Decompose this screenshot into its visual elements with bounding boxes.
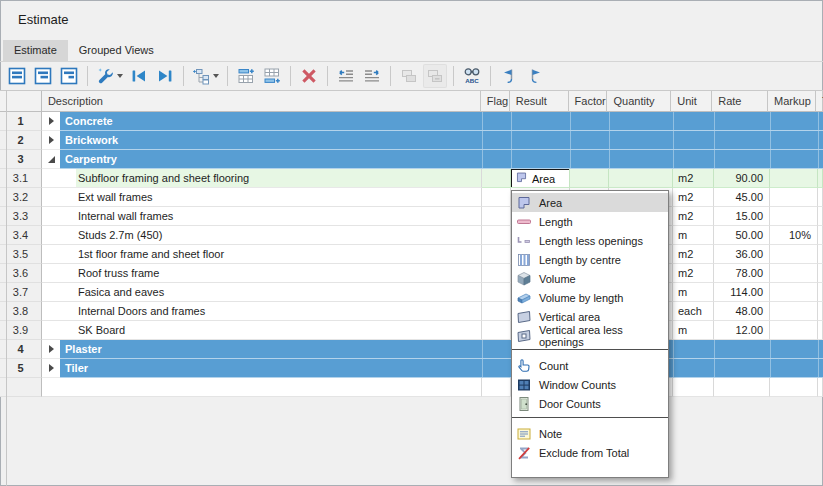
- outline-level-3-button[interactable]: [57, 64, 81, 88]
- column-header-result[interactable]: Result: [510, 91, 569, 112]
- result-editor[interactable]: Area: [511, 169, 570, 188]
- menu-item-window-counts[interactable]: Window Counts: [512, 375, 668, 394]
- column-header-factor[interactable]: Factor: [569, 91, 608, 112]
- menu-item-length-by-centre[interactable]: Length by centre: [512, 250, 668, 269]
- flag-cell[interactable]: [482, 321, 511, 340]
- rate-cell[interactable]: 90.00: [714, 169, 770, 188]
- expand-icon[interactable]: [49, 117, 54, 125]
- unit-cell[interactable]: [673, 378, 714, 397]
- flag-cell[interactable]: [482, 245, 511, 264]
- flag-cell[interactable]: [482, 226, 511, 245]
- insert-row-above-button[interactable]: [234, 64, 258, 88]
- description-cell[interactable]: SK Board: [42, 321, 482, 340]
- column-header-description[interactable]: Description: [42, 91, 481, 112]
- indent-button[interactable]: [360, 64, 384, 88]
- description-cell[interactable]: Internal Doors and frames: [42, 302, 482, 321]
- flag-cell[interactable]: [482, 207, 511, 226]
- column-header-rate[interactable]: Rate: [712, 91, 768, 112]
- rate-cell[interactable]: 45.00: [714, 188, 770, 207]
- expand-zone[interactable]: [42, 150, 60, 169]
- rate-cell[interactable]: 36.00: [714, 245, 770, 264]
- next-flag-button[interactable]: [523, 64, 547, 88]
- flag-cell[interactable]: [482, 302, 511, 321]
- menu-item-length[interactable]: Length: [512, 212, 668, 231]
- unit-cell[interactable]: m: [673, 321, 714, 340]
- markup-cell[interactable]: [770, 207, 818, 226]
- tools-button[interactable]: [94, 64, 125, 88]
- menu-item-note[interactable]: Note: [512, 424, 668, 443]
- insert-row-below-button[interactable]: [260, 64, 284, 88]
- menu-item-volume-by-length[interactable]: Volume by length: [512, 288, 668, 307]
- menu-item-volume[interactable]: Volume: [512, 269, 668, 288]
- unit-cell[interactable]: each: [673, 302, 714, 321]
- factor-cell[interactable]: [570, 169, 609, 188]
- flag-cell[interactable]: [482, 188, 511, 207]
- unit-cell[interactable]: m2: [673, 264, 714, 283]
- flag-cell[interactable]: [482, 378, 511, 397]
- quantity-cell[interactable]: [609, 169, 673, 188]
- total-cell[interactable]: [818, 169, 823, 188]
- flag-cell[interactable]: [482, 169, 511, 188]
- rate-cell[interactable]: 12.00: [714, 321, 770, 340]
- markup-cell[interactable]: [770, 264, 818, 283]
- group-band[interactable]: Carpentry: [60, 150, 823, 169]
- expand-icon[interactable]: [49, 136, 54, 144]
- column-header-quantity[interactable]: Quantity: [607, 91, 671, 112]
- find-button[interactable]: ABC: [460, 64, 484, 88]
- expand-zone[interactable]: [42, 112, 60, 131]
- markup-cell[interactable]: 10%: [770, 226, 818, 245]
- group-band[interactable]: Concrete: [60, 112, 823, 131]
- rate-cell[interactable]: 50.00: [714, 226, 770, 245]
- outline-level-2-button[interactable]: [31, 64, 55, 88]
- description-cell[interactable]: Studs 2.7m (450): [42, 226, 482, 245]
- menu-item-door-counts[interactable]: Door Counts: [512, 394, 668, 413]
- expand-zone[interactable]: [42, 359, 60, 378]
- markup-cell[interactable]: [770, 283, 818, 302]
- expand-icon[interactable]: [49, 364, 54, 372]
- column-header-flag[interactable]: Flag: [481, 91, 510, 112]
- total-cell[interactable]: [818, 264, 823, 283]
- total-cell[interactable]: [818, 283, 823, 302]
- group-band[interactable]: Plaster: [60, 340, 823, 359]
- total-cell[interactable]: [818, 188, 823, 207]
- expand-icon[interactable]: [49, 345, 54, 353]
- menu-item-vertical-area-less-openings[interactable]: Vertical area less openings: [512, 326, 668, 345]
- outline-level-1-button[interactable]: [5, 64, 29, 88]
- description-cell[interactable]: Fasica and eaves: [42, 283, 482, 302]
- flag-cell[interactable]: [482, 283, 511, 302]
- markup-cell[interactable]: [770, 302, 818, 321]
- delete-row-button[interactable]: [297, 64, 321, 88]
- menu-item-exclude-from-total[interactable]: Exclude from Total: [512, 443, 668, 462]
- total-cell[interactable]: [818, 226, 823, 245]
- unit-cell[interactable]: m2: [673, 207, 714, 226]
- markup-cell[interactable]: [770, 321, 818, 340]
- column-header-unit[interactable]: Unit: [671, 91, 712, 112]
- description-cell[interactable]: Roof truss frame: [42, 264, 482, 283]
- markup-cell[interactable]: [770, 169, 818, 188]
- tree-structure-button[interactable]: [190, 64, 221, 88]
- expand-zone[interactable]: [42, 340, 60, 359]
- next-item-button[interactable]: [153, 64, 177, 88]
- rate-cell[interactable]: [714, 378, 770, 397]
- menu-item-area[interactable]: Area: [512, 193, 668, 212]
- expand-zone[interactable]: [42, 131, 60, 150]
- total-cell[interactable]: [818, 207, 823, 226]
- description-cell[interactable]: Ext wall frames: [42, 188, 482, 207]
- rate-cell[interactable]: 78.00: [714, 264, 770, 283]
- rate-cell[interactable]: 114.00: [714, 283, 770, 302]
- tab-grouped-views[interactable]: Grouped Views: [68, 40, 165, 61]
- previous-flag-button[interactable]: [497, 64, 521, 88]
- menu-item-count[interactable]: Count: [512, 356, 668, 375]
- markup-cell[interactable]: [770, 188, 818, 207]
- menu-item-length-less-openings[interactable]: Length less openings: [512, 231, 668, 250]
- markup-cell[interactable]: [770, 245, 818, 264]
- tab-estimate[interactable]: Estimate: [3, 40, 68, 61]
- group-band[interactable]: Brickwork: [60, 131, 823, 150]
- flag-cell[interactable]: [482, 264, 511, 283]
- unit-cell[interactable]: m2: [673, 169, 714, 188]
- result-cell[interactable]: Area: [511, 169, 570, 188]
- description-cell[interactable]: Internal wall frames: [42, 207, 482, 226]
- collapse-icon[interactable]: [48, 156, 55, 163]
- total-cell[interactable]: [818, 321, 823, 340]
- group-band[interactable]: Tiler: [60, 359, 823, 378]
